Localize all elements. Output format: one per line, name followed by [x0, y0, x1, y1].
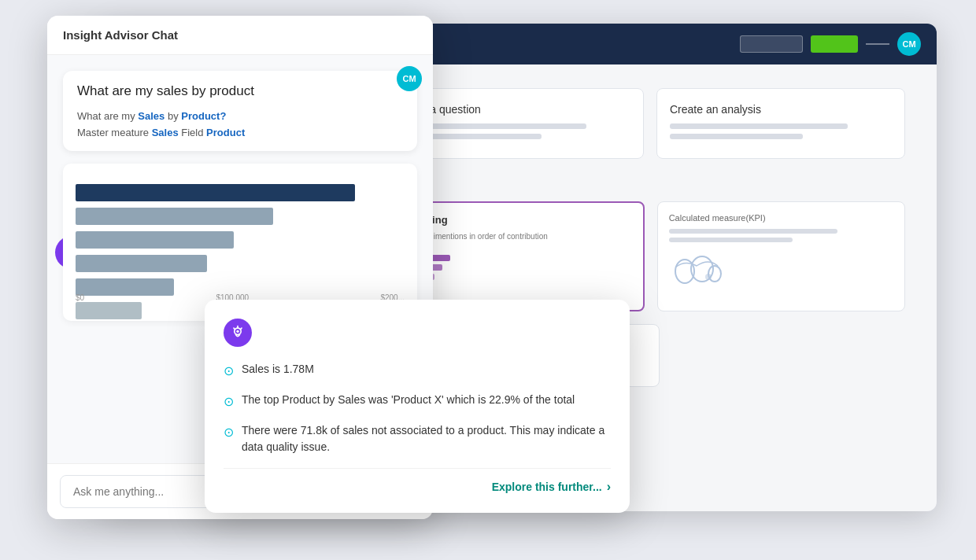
meta-row-1: What are my Sales by Product? [77, 110, 403, 122]
meta-product-1: Product? [181, 110, 226, 122]
axis-0: $0 [76, 293, 84, 302]
bar-row-1 [76, 184, 405, 201]
create-card-title: Create an analysis [670, 103, 892, 116]
meta-product-2: Product [206, 127, 245, 138]
bar-row-4 [76, 255, 405, 272]
map-icon [669, 252, 893, 294]
ranking-icon [407, 249, 631, 299]
meta-row-2: Master meature Sales Field Product [77, 127, 403, 138]
insight-item-1: ⊙ Sales is 1.78M [224, 361, 611, 381]
user-message: CM What are my sales by product What are… [63, 71, 417, 151]
insight-item-3: ⊙ There were 71.8k of sales not associat… [224, 422, 611, 455]
meta-sales-1: Sales [138, 110, 165, 122]
user-avatar: CM [397, 66, 422, 91]
insight-header [224, 319, 611, 347]
create-card-lines [670, 123, 892, 139]
ranking-card-label: Ranking [407, 214, 631, 226]
chevron-right-icon[interactable]: › [607, 480, 611, 494]
card-line [670, 123, 848, 129]
ask-card-lines [409, 123, 630, 139]
header-search-box[interactable] [740, 35, 803, 53]
a-line [669, 238, 793, 242]
chat-header: Insight Advisor Chat [47, 16, 433, 55]
map-card-label: Calculated measure(KPI) [669, 213, 893, 223]
user-message-text: What are my sales by product [77, 83, 403, 99]
header-avatar: CM [897, 32, 921, 56]
insight-popup: ⊙ Sales is 1.78M ⊙ The top Product by Sa… [205, 300, 630, 513]
bar-row-3 [76, 231, 405, 249]
bar-row-2 [76, 208, 405, 225]
meta-sales-2: Sales [152, 127, 179, 138]
insight-advisor-icon [224, 319, 252, 347]
insight-bullet-1: ⊙ [224, 362, 234, 381]
insight-text-3: There were 71.8k of sales not associated… [242, 422, 611, 455]
insight-text-1: Sales is 1.78M [242, 361, 314, 378]
svg-point-11 [236, 330, 238, 333]
bar-3 [76, 231, 234, 249]
a-line [669, 229, 837, 234]
ranking-card-desc: Show dimentions in order of contribution [407, 232, 631, 241]
bar-6 [76, 302, 142, 319]
insight-footer: Explore this further... › [224, 468, 611, 494]
insight-bullet-3: ⊙ [224, 423, 234, 442]
map-card-lines [669, 229, 893, 242]
insight-item-2: ⊙ The top Product by Sales was 'Product … [224, 392, 611, 411]
bar-2 [76, 208, 273, 225]
insight-bullet-2: ⊙ [224, 392, 234, 411]
chart-area: $0 $100,000 $200... [63, 164, 417, 321]
insight-text-2: The top Product by Sales was 'Product X'… [242, 392, 575, 408]
explore-link[interactable]: Explore this further... [492, 481, 602, 493]
map-card[interactable]: Calculated measure(KPI) [657, 201, 905, 311]
card-line [670, 134, 803, 139]
create-card[interactable]: Create an analysis [656, 88, 905, 159]
bar-4 [76, 255, 207, 272]
header-divider [866, 43, 889, 45]
svg-point-7 [705, 274, 712, 280]
bar-1 [76, 184, 355, 201]
insight-body: ⊙ Sales is 1.78M ⊙ The top Product by Sa… [224, 361, 611, 455]
header-green-button[interactable] [811, 35, 858, 53]
card-line [409, 123, 586, 129]
user-message-meta: What are my Sales by Product? Master mea… [77, 110, 403, 138]
ask-card-title: Ask a question [409, 103, 630, 116]
